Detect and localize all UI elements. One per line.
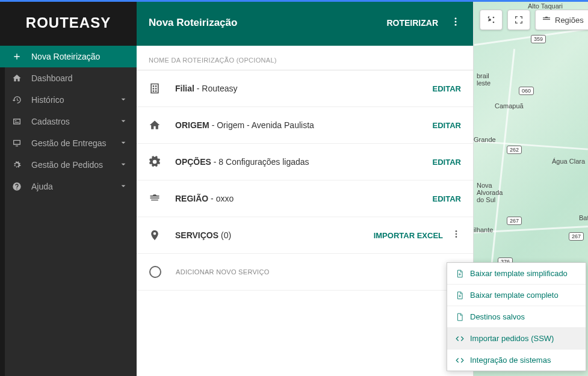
dd-baixar-completo[interactable]: Baixar template completo <box>447 285 586 306</box>
row-text: ORIGEM - Origem - Avenida Paulista <box>169 120 433 130</box>
import-dropdown: Baixar template simplificado Baixar temp… <box>447 262 586 371</box>
map-shield: 060 <box>519 87 534 95</box>
region-icon <box>149 193 169 205</box>
edit-regiao-button[interactable]: EDITAR <box>433 194 461 203</box>
panel-menu-icon[interactable] <box>450 16 461 29</box>
svg-point-1 <box>455 21 457 23</box>
svg-point-4 <box>456 233 457 235</box>
map-shield: 267 <box>569 232 584 241</box>
svg-point-6 <box>493 17 495 19</box>
sidebar-item-label: Gestão de Entregas <box>31 138 107 148</box>
map-city-label: Bata <box>579 214 588 221</box>
sidebar-item-label: Nova Roteirização <box>31 52 100 61</box>
sidebar-item-historico[interactable]: Histórico <box>0 89 137 111</box>
row-text: Filial - Routeasy <box>169 84 433 93</box>
chevron-down-icon <box>119 94 128 106</box>
panel-header: Nova Roteirização ROTEIRIZAR <box>137 0 473 46</box>
svg-point-0 <box>455 17 457 19</box>
add-service-label: ADICIONAR NOVO SERVIÇO <box>176 268 270 276</box>
map-city-label: Camapuã <box>495 102 524 109</box>
dd-baixar-simplificado[interactable]: Baixar template simplificado <box>447 263 586 285</box>
sidebar-item-gestao-pedidos[interactable]: Gestão de Pedidos <box>0 154 137 176</box>
sidebar-item-label: Cadastros <box>31 117 70 126</box>
edit-origem-button[interactable]: EDITAR <box>433 121 461 130</box>
dd-importar-ssw[interactable]: Importar pedidos (SSW) <box>447 328 586 350</box>
map-city-label: Nova Alvorada do Sul <box>477 182 503 203</box>
panel-title: Nova Roteirização <box>149 17 386 29</box>
map-city-label: brail leste <box>477 72 491 87</box>
logo: ROUTEASY <box>0 0 137 46</box>
map-controls: Regiões <box>480 10 588 30</box>
brand-text: ROUTEASY <box>26 14 111 31</box>
home-icon <box>149 119 169 131</box>
monitor-icon <box>11 138 23 148</box>
chevron-down-icon <box>119 181 128 193</box>
routing-name-field[interactable]: NOME DA ROTEIRIZAÇÃO (OPCIONAL) <box>137 46 473 70</box>
row-servicos: SERVIÇOS (0) IMPORTAR EXCEL <box>137 217 473 254</box>
map-city-label: Alto Taquari <box>528 2 563 10</box>
sidebar-item-dashboard[interactable]: Dashboard <box>0 67 137 89</box>
map-fullscreen-icon[interactable] <box>507 10 530 30</box>
sidebar-item-cadastros[interactable]: Cadastros <box>0 111 137 132</box>
map-shield: 267 <box>507 217 522 225</box>
dd-integracao-sistemas[interactable]: Integração de sistemas <box>447 350 586 371</box>
dd-destinos-salvos[interactable]: Destinos salvos <box>447 306 586 328</box>
svg-point-7 <box>493 22 495 23</box>
home-icon <box>11 73 23 83</box>
row-text: SERVIÇOS (0) <box>169 230 374 240</box>
sidebar-item-ajuda[interactable]: Ajuda <box>0 176 137 197</box>
circle-icon <box>149 266 161 278</box>
building-icon <box>149 82 169 94</box>
chevron-down-icon <box>119 138 128 149</box>
map-route-icon[interactable] <box>480 10 503 30</box>
edit-filial-button[interactable]: EDITAR <box>433 84 461 93</box>
plus-icon <box>11 52 23 61</box>
row-text: REGIÃO - oxxo <box>169 194 433 203</box>
row-origem: ORIGEM - Origem - Avenida Paulista EDITA… <box>137 107 473 144</box>
row-regiao: REGIÃO - oxxo EDITAR <box>137 180 473 217</box>
import-excel-button[interactable]: IMPORTAR EXCEL <box>374 231 443 240</box>
routing-name-label: NOME DA ROTEIRIZAÇÃO (OPCIONAL) <box>149 57 461 64</box>
gears-icon <box>11 160 23 170</box>
question-icon <box>11 182 23 191</box>
config-panel: Nova Roteirização ROTEIRIZAR NOME DA ROT… <box>137 0 474 376</box>
sidebar-item-gestao-entregas[interactable]: Gestão de Entregas <box>0 132 137 154</box>
id-card-icon <box>11 117 23 126</box>
svg-point-5 <box>456 236 457 238</box>
edit-opcoes-button[interactable]: EDITAR <box>433 158 461 167</box>
sidebar-item-label: Histórico <box>31 95 64 105</box>
sidebar: ROUTEASY Nova Roteirização Dashboard His… <box>0 0 137 376</box>
map-city-label: Grande <box>474 136 496 143</box>
sidebar-item-label: Ajuda <box>31 182 53 191</box>
row-opcoes: OPÇÕES - 8 Configurações ligadas EDITAR <box>137 144 473 180</box>
row-text: OPÇÕES - 8 Configurações ligadas <box>169 157 433 167</box>
add-service-row[interactable]: ADICIONAR NOVO SERVIÇO <box>137 254 473 291</box>
map-city-label: Água Clara <box>552 158 585 165</box>
sidebar-item-label: Dashboard <box>31 73 73 83</box>
servicos-menu-icon[interactable] <box>451 229 461 241</box>
chevron-down-icon <box>119 159 128 171</box>
row-filial: Filial - Routeasy EDITAR <box>137 70 473 107</box>
nav-list: Nova Roteirização Dashboard Histórico Ca… <box>0 46 137 197</box>
map-shield: 262 <box>507 146 522 154</box>
chevron-down-icon <box>119 116 128 128</box>
gear-icon <box>149 156 169 168</box>
svg-point-2 <box>455 24 457 26</box>
map-regions-button[interactable]: Regiões <box>535 10 588 30</box>
pin-icon <box>149 229 169 241</box>
history-icon <box>11 95 23 105</box>
map-shield: 359 <box>531 35 546 43</box>
roteirizar-button[interactable]: ROTEIRIZAR <box>386 18 438 28</box>
sidebar-item-nova-roteirizacao[interactable]: Nova Roteirização <box>0 46 137 67</box>
map-city-label: ilhante <box>474 226 493 233</box>
sidebar-item-label: Gestão de Pedidos <box>31 160 103 170</box>
svg-point-3 <box>456 230 457 232</box>
